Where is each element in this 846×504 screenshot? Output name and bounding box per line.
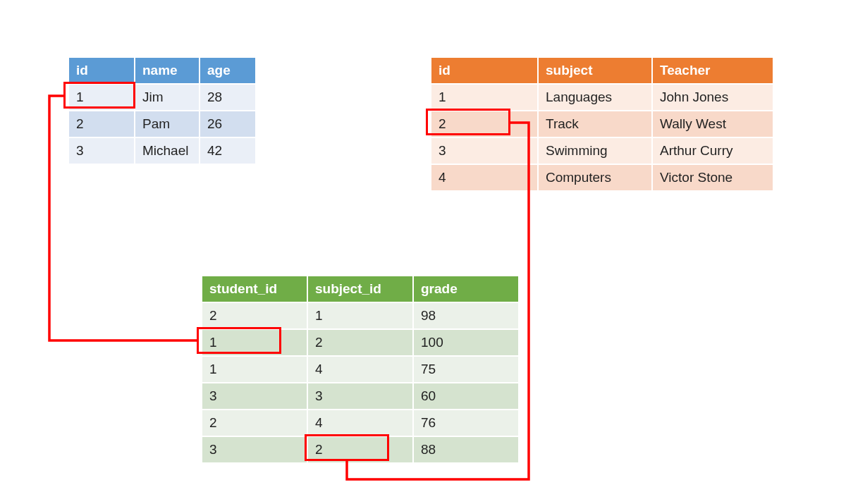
subjects-table: id subject Teacher 1 Languages John Jone… <box>430 56 774 192</box>
diagram-canvas: { "students_table": { "headers": ["id", … <box>0 0 846 504</box>
table-row: 2 Pam 26 <box>69 111 255 137</box>
table-header-row: id name age <box>69 58 255 83</box>
col-age: age <box>200 58 255 83</box>
cell: 76 <box>414 410 518 436</box>
table-row: 3 3 60 <box>202 383 518 409</box>
cell: 75 <box>414 357 518 382</box>
cell: 42 <box>200 138 255 164</box>
cell: 2 <box>431 111 537 137</box>
col-grade: grade <box>414 276 518 302</box>
cell: Languages <box>539 85 651 110</box>
col-subject: subject <box>539 58 651 83</box>
col-name: name <box>135 58 199 83</box>
cell: 2 <box>69 111 134 137</box>
cell: 1 <box>202 330 307 355</box>
cell: 2 <box>202 410 307 436</box>
students-table: id name age 1 Jim 28 2 Pam 26 3 Michael … <box>68 56 257 165</box>
cell: 3 <box>308 383 412 409</box>
cell: Arthur Curry <box>653 138 773 164</box>
cell: 4 <box>431 165 537 190</box>
table-header-row: student_id subject_id grade <box>202 276 518 302</box>
cell: 2 <box>308 437 412 462</box>
table-row: 2 1 98 <box>202 303 518 328</box>
cell: 1 <box>431 85 537 110</box>
cell: Pam <box>135 111 199 137</box>
cell: 100 <box>414 330 518 355</box>
table-header-row: id subject Teacher <box>431 58 773 83</box>
cell: John Jones <box>653 85 773 110</box>
cell: Computers <box>539 165 651 190</box>
table-row: 1 2 100 <box>202 330 518 355</box>
table-row: 3 Michael 42 <box>69 138 255 164</box>
col-id: id <box>431 58 537 83</box>
table-row: 3 Swimming Arthur Curry <box>431 138 773 164</box>
table-row: 1 4 75 <box>202 357 518 382</box>
col-id: id <box>69 58 134 83</box>
cell: 98 <box>414 303 518 328</box>
cell: 28 <box>200 85 255 110</box>
cell: 3 <box>202 383 307 409</box>
cell: 1 <box>308 303 412 328</box>
col-student-id: student_id <box>202 276 307 302</box>
cell: 2 <box>308 330 412 355</box>
cell: 3 <box>431 138 537 164</box>
col-subject-id: subject_id <box>308 276 412 302</box>
table-row: 4 Computers Victor Stone <box>431 165 773 190</box>
cell: Victor Stone <box>653 165 773 190</box>
table-row: 2 Track Wally West <box>431 111 773 137</box>
cell: Track <box>539 111 651 137</box>
grades-table: student_id subject_id grade 2 1 98 1 2 1… <box>201 275 520 464</box>
cell: 4 <box>308 410 412 436</box>
cell: 4 <box>308 357 412 382</box>
cell: 3 <box>69 138 134 164</box>
cell: Michael <box>135 138 199 164</box>
table-row: 2 4 76 <box>202 410 518 436</box>
cell: Wally West <box>653 111 773 137</box>
table-row: 1 Jim 28 <box>69 85 255 110</box>
cell: 1 <box>69 85 134 110</box>
cell: 88 <box>414 437 518 462</box>
cell: 2 <box>202 303 307 328</box>
cell: Jim <box>135 85 199 110</box>
table-row: 3 2 88 <box>202 437 518 462</box>
col-teacher: Teacher <box>653 58 773 83</box>
table-row: 1 Languages John Jones <box>431 85 773 110</box>
cell: Swimming <box>539 138 651 164</box>
cell: 26 <box>200 111 255 137</box>
cell: 3 <box>202 437 307 462</box>
cell: 1 <box>202 357 307 382</box>
cell: 60 <box>414 383 518 409</box>
